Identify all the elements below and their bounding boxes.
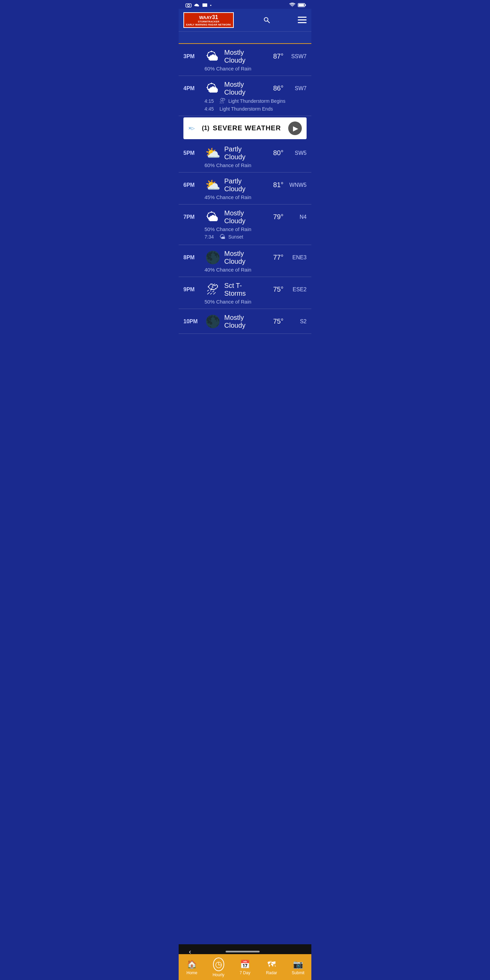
logo-main-text: WAAY31 bbox=[186, 14, 231, 21]
event-time: 4:15 bbox=[205, 98, 217, 104]
row-wind: SW7 bbox=[287, 86, 307, 92]
row-temp: 80° bbox=[266, 149, 283, 157]
row-wind: WNW5 bbox=[287, 182, 307, 188]
weather-icon: 🌥 bbox=[205, 49, 221, 64]
nav-label-radar: Radar bbox=[266, 970, 277, 975]
event-icon: 🌤 bbox=[220, 234, 226, 240]
ad-slot: ✕▷ (1) SEVERE WEATHER ▶ bbox=[179, 118, 311, 139]
weather-row: 6PM⛅Partly Cloudy81°WNW545% Chance of Ra… bbox=[179, 172, 311, 205]
svg-rect-2 bbox=[202, 3, 207, 7]
weather-icon: 🌑 bbox=[205, 250, 221, 265]
row-temp: 75° bbox=[266, 285, 283, 293]
row-temp: 79° bbox=[266, 213, 283, 221]
date-header bbox=[179, 32, 311, 44]
row-temp: 81° bbox=[266, 181, 283, 189]
nav-item-submit[interactable]: 📷Submit bbox=[288, 959, 308, 975]
row-temp: 87° bbox=[266, 52, 283, 60]
logo-sub-text: STORMTRACKER bbox=[186, 21, 231, 23]
weather-row: 8PM🌑Mostly Cloudy77°ENE340% Chance of Ra… bbox=[179, 245, 311, 277]
row-wind: ENE3 bbox=[287, 255, 307, 261]
event-time: 4:45 bbox=[205, 106, 217, 111]
row-condition: Mostly Cloudy bbox=[224, 314, 262, 329]
weather-row: 3PM🌥Mostly Cloudy87°SSW760% Chance of Ra… bbox=[179, 44, 311, 76]
row-event: 4:45Light Thunderstorm Ends bbox=[183, 106, 307, 111]
row-wind: SW5 bbox=[287, 150, 307, 156]
nav-label-7day: 7 Day bbox=[240, 970, 250, 975]
row-detail: 60% Chance of Rain bbox=[183, 66, 307, 72]
app-logo: WAAY31 STORMTRACKER EARLY WARNING RADAR … bbox=[183, 12, 234, 28]
nav-item-7day[interactable]: 📅7 Day bbox=[235, 959, 255, 975]
nav-label-home: Home bbox=[186, 970, 197, 975]
nav-icon-radar: 🗺 bbox=[267, 959, 275, 969]
logo-sub2-text: EARLY WARNING RADAR NETWORK bbox=[186, 24, 231, 26]
row-wind: N4 bbox=[287, 214, 307, 220]
row-condition: Partly Cloudy bbox=[224, 145, 262, 161]
ad-text: SEVERE WEATHER bbox=[213, 124, 281, 132]
battery-icon bbox=[298, 3, 307, 8]
photo-icon bbox=[185, 3, 192, 8]
event-icon: ⛈ bbox=[220, 98, 226, 105]
home-pill[interactable] bbox=[226, 951, 259, 953]
row-time: 10PM bbox=[183, 318, 201, 325]
weather-row: 9PM⛈Sct T-Storms75°ESE250% Chance of Rai… bbox=[179, 277, 311, 309]
bottom-nav: 🏠Home◷Hourly📅7 Day🗺Radar📷Submit bbox=[179, 954, 311, 980]
weather-rows-after: 5PM⛅Partly Cloudy80°SW560% Chance of Rai… bbox=[179, 140, 311, 334]
row-time: 6PM bbox=[183, 182, 201, 188]
nav-icon-submit: 📷 bbox=[293, 959, 303, 969]
ad-logo: ✕▷ bbox=[188, 126, 195, 130]
svg-line-7 bbox=[268, 21, 270, 23]
status-left: ● bbox=[183, 3, 212, 8]
row-temp: 86° bbox=[266, 84, 283, 92]
nav-label-hourly: Hourly bbox=[213, 972, 224, 977]
row-time: 9PM bbox=[183, 286, 201, 293]
row-wind: ESE2 bbox=[287, 286, 307, 293]
weather-row: 10PM🌑Mostly Cloudy75°S2 bbox=[179, 309, 311, 334]
svg-rect-4 bbox=[305, 5, 306, 6]
dot-indicator: ● bbox=[210, 4, 212, 7]
event-label: Sunset bbox=[228, 234, 243, 240]
row-detail: 60% Chance of Rain bbox=[183, 162, 307, 168]
cloud-icon bbox=[194, 3, 200, 8]
location-display[interactable] bbox=[261, 17, 270, 24]
screen-icon bbox=[202, 3, 208, 8]
weather-icon: ⛅ bbox=[205, 178, 221, 192]
row-event: 7:34🌤Sunset bbox=[183, 234, 307, 240]
row-temp: 77° bbox=[266, 253, 283, 261]
weather-icon: 🌥 bbox=[205, 210, 221, 224]
weather-icon: ⛈ bbox=[205, 282, 221, 297]
weather-icon: 🌑 bbox=[205, 314, 221, 329]
row-time: 8PM bbox=[183, 255, 201, 261]
row-condition: Mostly Cloudy bbox=[224, 209, 262, 225]
nav-item-home[interactable]: 🏠Home bbox=[182, 959, 202, 975]
weather-rows-before: 3PM🌥Mostly Cloudy87°SSW760% Chance of Ra… bbox=[179, 44, 311, 116]
row-time: 7PM bbox=[183, 214, 201, 220]
weather-icon: 🌥 bbox=[205, 81, 221, 95]
svg-rect-5 bbox=[299, 4, 304, 6]
menu-button[interactable] bbox=[298, 17, 307, 23]
event-label: Light Thunderstorm Ends bbox=[220, 106, 273, 111]
row-condition: Partly Cloudy bbox=[224, 177, 262, 193]
row-wind: S2 bbox=[287, 318, 307, 325]
row-time: 5PM bbox=[183, 150, 201, 156]
row-temp: 75° bbox=[266, 318, 283, 325]
weather-row: 5PM⛅Partly Cloudy80°SW560% Chance of Rai… bbox=[179, 140, 311, 172]
row-detail: 50% Chance of Rain bbox=[183, 299, 307, 305]
nav-icon-hourly: ◷ bbox=[213, 958, 224, 971]
row-time: 3PM bbox=[183, 53, 201, 60]
nav-item-hourly[interactable]: ◷Hourly bbox=[208, 958, 229, 977]
status-right bbox=[289, 3, 307, 8]
status-bar: ● bbox=[179, 0, 311, 9]
wifi-icon bbox=[289, 3, 296, 8]
event-label: Light Thunderstorm Begins bbox=[228, 98, 285, 104]
nav-label-submit: Submit bbox=[292, 970, 304, 975]
search-icon[interactable] bbox=[263, 17, 270, 24]
nav-item-radar[interactable]: 🗺Radar bbox=[261, 959, 282, 975]
app-header: WAAY31 STORMTRACKER EARLY WARNING RADAR … bbox=[179, 9, 311, 32]
row-condition: Mostly Cloudy bbox=[224, 81, 262, 96]
row-event: 4:15⛈Light Thunderstorm Begins bbox=[183, 98, 307, 105]
weather-row: 4PM🌥Mostly Cloudy86°SW74:15⛈Light Thunde… bbox=[179, 76, 311, 116]
ad-badge: (1) bbox=[202, 124, 209, 132]
ad-arrow-button[interactable]: ▶ bbox=[288, 121, 302, 135]
ad-banner[interactable]: ✕▷ (1) SEVERE WEATHER ▶ bbox=[183, 118, 307, 139]
svg-point-1 bbox=[188, 5, 189, 6]
